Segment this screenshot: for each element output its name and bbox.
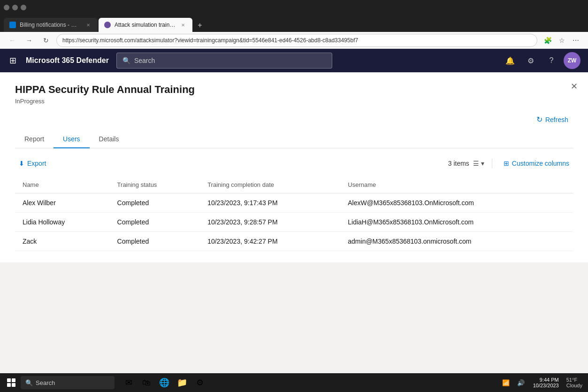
- browser-tab-2[interactable]: Attack simulation training - Micr... ✕: [99, 18, 192, 32]
- table-header-row: Name Training status Training completion…: [15, 177, 573, 193]
- taskbar-apps: ✉ 🛍 🌐 📁 ⚙: [120, 374, 208, 391]
- tab-users[interactable]: Users: [53, 131, 90, 148]
- app-search-placeholder: Search: [134, 57, 155, 64]
- toolbar-divider: [492, 159, 492, 168]
- export-label: Export: [27, 160, 46, 167]
- taskbar-search-text: Search: [36, 379, 55, 386]
- new-tab-button[interactable]: +: [193, 19, 206, 32]
- maximize-button[interactable]: [12, 5, 18, 10]
- store-icon: 🛍: [142, 378, 151, 388]
- app-search-bar[interactable]: 🔍 Search: [116, 53, 332, 69]
- weather-condition: Cloudy: [566, 383, 582, 388]
- tab-favicon-1: [9, 22, 16, 28]
- tab-report[interactable]: Report: [15, 131, 53, 148]
- refresh-nav-button[interactable]: ↻: [39, 34, 53, 47]
- items-count-area: 3 items ☰ ▾ ⊞ Customize columns: [448, 158, 573, 169]
- windows-logo-icon: [7, 378, 15, 387]
- notifications-button[interactable]: 🔔: [502, 52, 519, 69]
- user-initials: ZW: [568, 57, 577, 64]
- col-name: Name: [15, 177, 110, 193]
- tab-users-label: Users: [63, 135, 80, 143]
- cell-status-2: Completed: [110, 232, 200, 251]
- refresh-button[interactable]: ↻ Refresh: [532, 112, 573, 127]
- browser-favorites-button[interactable]: ☆: [555, 34, 568, 47]
- col-training-status: Training status: [110, 177, 200, 193]
- table-toolbar: ⬇ Export 3 items ☰ ▾ ⊞ Customize columns: [15, 158, 573, 169]
- app-title: Microsoft 365 Defender: [26, 56, 109, 65]
- main-panel: ✕ HIPPA Security Rule Annual Training In…: [0, 72, 588, 262]
- items-count: 3 items: [448, 160, 469, 167]
- refresh-label: Refresh: [545, 116, 568, 123]
- app-grid-icon[interactable]: ⊞: [8, 54, 18, 68]
- taskbar-search-icon: 🔍: [25, 379, 33, 386]
- taskbar-right: 📶 🔊 9:44 PM 10/23/2023 51°F Cloudy: [499, 377, 584, 388]
- taskbar-search-bar[interactable]: 🔍 Search: [21, 376, 115, 389]
- url-text: https://security.microsoft.com/attacksim…: [62, 37, 358, 44]
- tab-report-label: Report: [24, 135, 44, 143]
- taskbar-date: 10/23/2023: [533, 383, 559, 388]
- taskbar-weather[interactable]: 51°F Cloudy: [565, 377, 584, 388]
- tab-close-1[interactable]: ✕: [84, 21, 92, 29]
- cell-username-2: admin@M365x85368103.onmicrosoft.com: [340, 232, 573, 251]
- browser-extensions-button[interactable]: 🧩: [541, 34, 554, 47]
- panel-close-button[interactable]: ✕: [567, 80, 580, 93]
- table-row[interactable]: Lidia Holloway Completed 10/23/2023, 9:2…: [15, 213, 573, 232]
- forward-button[interactable]: →: [23, 34, 36, 47]
- cell-name-1: Lidia Holloway: [15, 213, 110, 232]
- app-header-right: 🔔 ⚙ ? ZW: [502, 52, 580, 69]
- export-button[interactable]: ⬇ Export: [15, 158, 50, 169]
- explorer-icon: 📁: [177, 377, 187, 388]
- cell-name-2: Zack: [15, 232, 110, 251]
- users-table: Name Training status Training completion…: [15, 177, 573, 251]
- browser-tab-bar: Billing notifications - Microsoft ... ✕ …: [0, 15, 588, 32]
- col-completion-date: Training completion date: [200, 177, 340, 193]
- help-button[interactable]: ?: [543, 52, 560, 69]
- view-toggle-icon: ☰: [473, 160, 479, 167]
- customize-columns-button[interactable]: ⊞ Customize columns: [500, 158, 573, 169]
- chevron-down-icon: ▾: [481, 160, 484, 167]
- system-tray: 📶 🔊: [499, 377, 527, 388]
- taskbar-app-mail[interactable]: ✉: [120, 374, 137, 391]
- cell-date-0: 10/23/2023, 9:17:43 PM: [200, 193, 340, 213]
- network-icon[interactable]: 📶: [499, 377, 512, 388]
- view-toggle[interactable]: ☰ ▾: [473, 160, 484, 167]
- browser-settings-button[interactable]: ⋯: [569, 34, 582, 47]
- browser-tab-1[interactable]: Billing notifications - Microsoft ... ✕: [4, 18, 98, 32]
- window-controls: [4, 5, 26, 10]
- panel-tabs: Report Users Details: [15, 131, 573, 148]
- taskbar: 🔍 Search ✉ 🛍 🌐 📁 ⚙ 📶 🔊 9:44 PM 10/23/202…: [0, 373, 588, 392]
- taskbar-clock[interactable]: 9:44 PM 10/23/2023: [529, 377, 563, 388]
- taskbar-time: 9:44 PM: [533, 377, 559, 383]
- close-window-button[interactable]: [21, 5, 26, 10]
- weather-temp: 51°F: [566, 377, 582, 383]
- volume-icon[interactable]: 🔊: [514, 377, 527, 388]
- tab-close-2[interactable]: ✕: [179, 21, 187, 29]
- taskbar-app-store[interactable]: 🛍: [138, 374, 155, 391]
- page-title: HIPPA Security Rule Annual Training: [15, 84, 573, 96]
- cell-username-0: AlexW@M365x85368103.OnMicrosoft.com: [340, 193, 573, 213]
- url-bar[interactable]: https://security.microsoft.com/attacksim…: [56, 34, 537, 47]
- tab-title-1: Billing notifications - Microsoft ...: [20, 22, 81, 28]
- start-button[interactable]: [4, 375, 19, 390]
- app-search-icon: 🔍: [122, 57, 130, 64]
- taskbar-app-settings[interactable]: ⚙: [191, 374, 208, 391]
- settings-button[interactable]: ⚙: [522, 52, 539, 69]
- mail-icon: ✉: [125, 377, 132, 388]
- tab-details-label: Details: [99, 135, 119, 143]
- cell-date-2: 10/23/2023, 9:42:27 PM: [200, 232, 340, 251]
- cell-status-1: Completed: [110, 213, 200, 232]
- user-avatar[interactable]: ZW: [564, 52, 580, 69]
- col-username: Username: [340, 177, 573, 193]
- cell-name-0: Alex Wilber: [15, 193, 110, 213]
- table-row[interactable]: Zack Completed 10/23/2023, 9:42:27 PM ad…: [15, 232, 573, 251]
- browser-toolbar: 🧩 ☆ ⋯: [541, 34, 582, 47]
- minimize-button[interactable]: [4, 5, 9, 10]
- taskbar-app-explorer[interactable]: 📁: [174, 374, 191, 391]
- tab-details[interactable]: Details: [90, 131, 129, 148]
- table-row[interactable]: Alex Wilber Completed 10/23/2023, 9:17:4…: [15, 193, 573, 213]
- customize-label: Customize columns: [512, 160, 569, 167]
- taskbar-app-edge[interactable]: 🌐: [156, 374, 173, 391]
- tab-title-2: Attack simulation training - Micr...: [115, 22, 176, 28]
- customize-icon: ⊞: [504, 160, 509, 167]
- back-button[interactable]: ←: [6, 34, 19, 47]
